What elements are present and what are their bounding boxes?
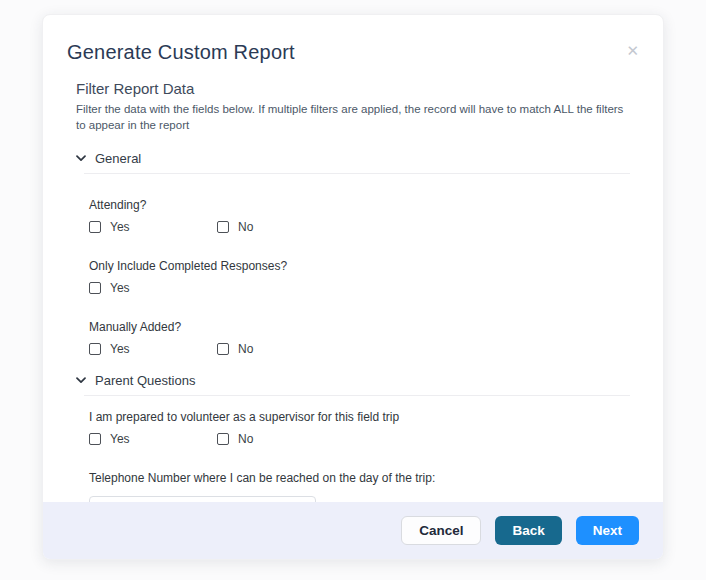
question-completed-responses: Only Include Completed Responses? Yes bbox=[89, 259, 630, 295]
back-button[interactable]: Back bbox=[495, 516, 561, 545]
question-label: Manually Added? bbox=[89, 320, 630, 334]
option-yes: Yes bbox=[89, 342, 217, 356]
option-label: Yes bbox=[110, 281, 130, 295]
option-label: Yes bbox=[110, 220, 130, 234]
dialog-header: Generate Custom Report ✕ bbox=[43, 15, 663, 64]
next-button[interactable]: Next bbox=[576, 516, 639, 545]
option-label: No bbox=[238, 220, 253, 234]
question-attending: Attending? Yes No bbox=[89, 198, 630, 234]
chevron-down-icon[interactable] bbox=[76, 155, 86, 162]
question-label: I am prepared to volunteer as a supervis… bbox=[89, 410, 630, 424]
cancel-button[interactable]: Cancel bbox=[401, 516, 481, 545]
filter-report-data-heading: Filter Report Data bbox=[76, 80, 630, 97]
option-yes: Yes bbox=[89, 281, 217, 295]
question-telephone-number: Telephone Number where I can be reached … bbox=[89, 471, 630, 502]
question-manually-added: Manually Added? Yes No bbox=[89, 320, 630, 356]
chevron-down-icon[interactable] bbox=[76, 377, 86, 384]
section-general-toggle[interactable]: General bbox=[76, 151, 630, 166]
section-general: General Attending? Yes No bbox=[76, 151, 630, 356]
manually-added-no-checkbox[interactable] bbox=[217, 343, 229, 355]
section-parent-questions: Parent Questions I am prepared to volunt… bbox=[76, 373, 630, 502]
question-volunteer-supervisor: I am prepared to volunteer as a supervis… bbox=[89, 410, 630, 446]
dialog-title: Generate Custom Report bbox=[67, 41, 639, 64]
completed-responses-yes-checkbox[interactable] bbox=[89, 282, 101, 294]
filter-description: Filter the data with the fields below. I… bbox=[76, 102, 630, 134]
option-label: Yes bbox=[110, 432, 130, 446]
manually-added-yes-checkbox[interactable] bbox=[89, 343, 101, 355]
volunteer-no-checkbox[interactable] bbox=[217, 433, 229, 445]
section-parent-questions-toggle[interactable]: Parent Questions bbox=[76, 373, 630, 388]
option-label: No bbox=[238, 432, 253, 446]
option-no: No bbox=[217, 342, 345, 356]
option-yes: Yes bbox=[89, 432, 217, 446]
option-no: No bbox=[217, 220, 345, 234]
generate-custom-report-dialog: Generate Custom Report ✕ Filter Report D… bbox=[42, 14, 664, 560]
question-label: Only Include Completed Responses? bbox=[89, 259, 630, 273]
section-general-label: General bbox=[95, 151, 141, 166]
dialog-footer: Cancel Back Next bbox=[43, 502, 663, 559]
option-label: Yes bbox=[110, 342, 130, 356]
close-icon[interactable]: ✕ bbox=[626, 43, 639, 58]
volunteer-yes-checkbox[interactable] bbox=[89, 433, 101, 445]
dialog-body: Filter Report Data Filter the data with … bbox=[43, 64, 663, 502]
question-label: Attending? bbox=[89, 198, 630, 212]
option-yes: Yes bbox=[89, 220, 217, 234]
option-no: No bbox=[217, 432, 345, 446]
section-parent-questions-label: Parent Questions bbox=[95, 373, 195, 388]
question-label: Telephone Number where I can be reached … bbox=[89, 471, 630, 485]
attending-yes-checkbox[interactable] bbox=[89, 221, 101, 233]
option-label: No bbox=[238, 342, 253, 356]
attending-no-checkbox[interactable] bbox=[217, 221, 229, 233]
